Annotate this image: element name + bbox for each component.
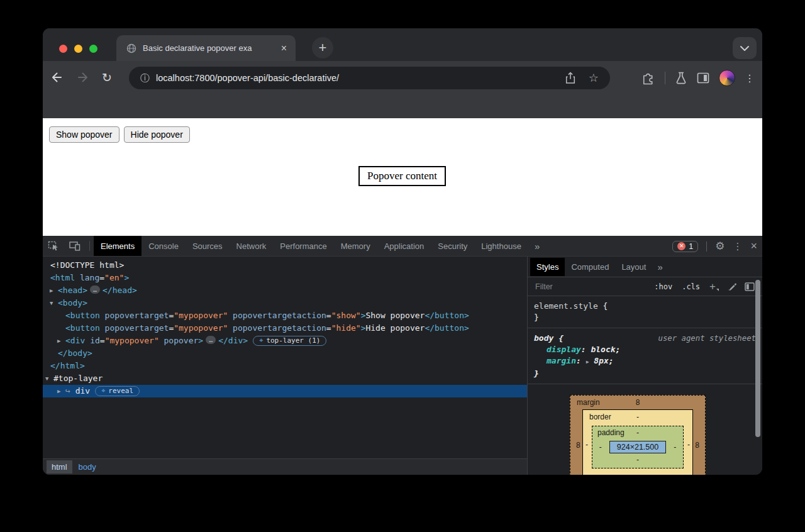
inspect-element-icon[interactable] — [43, 236, 64, 256]
profile-avatar[interactable] — [719, 70, 735, 86]
tab-close-icon[interactable]: × — [280, 43, 288, 53]
address-bar[interactable]: ⓘ localhost:7800/popover-api/basic-decla… — [129, 67, 610, 89]
rendering-brush-icon[interactable] — [727, 282, 736, 291]
dom-tree-row-0[interactable]: <!DOCTYPE html> — [43, 259, 527, 272]
settings-gear-icon[interactable]: ⚙ — [715, 240, 724, 253]
tree-expander-icon[interactable]: ▶ — [57, 385, 65, 397]
dom-tree-row-6[interactable]: ▶<div id="mypopover" popover>…</div>top-… — [43, 335, 527, 347]
site-info-icon[interactable]: ⓘ — [140, 72, 150, 84]
bookmark-star-icon[interactable]: ☆ — [589, 71, 599, 85]
more-panels-chevron-icon[interactable]: » — [528, 236, 546, 256]
browser-menu-kebab-icon[interactable]: ⋮ — [745, 72, 755, 84]
element-style-rule[interactable]: element.style { } — [528, 296, 762, 328]
tree-expander-icon[interactable]: ▼ — [50, 297, 58, 309]
css-property-margin[interactable]: margin: ▶ 8px; — [534, 355, 756, 368]
experiments-flask-icon[interactable] — [675, 71, 687, 85]
box-model-content[interactable]: 924×21.500 — [609, 441, 666, 453]
border-top-value[interactable]: - — [583, 413, 692, 421]
devtools-tab-application[interactable]: Application — [377, 236, 431, 256]
new-style-rule-caret — [716, 289, 719, 291]
code-token: popovertargetaction — [228, 311, 326, 320]
box-model-diagram[interactable]: margin 8 border - padding - — [570, 395, 706, 475]
breadcrumb-body[interactable]: body — [72, 460, 103, 474]
border-left-value[interactable]: - — [586, 440, 588, 449]
code-token: </head> — [103, 285, 137, 295]
error-badge[interactable]: ✕ 1 — [672, 241, 698, 252]
styles-filter-input[interactable]: Filter — [535, 282, 645, 291]
devtools-menu-kebab-icon[interactable]: ⋮ — [733, 241, 742, 252]
sidebar-tab-computed[interactable]: Computed — [565, 258, 615, 276]
minimize-window-button[interactable] — [74, 45, 82, 53]
share-icon[interactable] — [565, 72, 576, 84]
padding-right-value[interactable]: - — [674, 443, 676, 452]
margin-left-value[interactable]: 8 — [576, 441, 580, 450]
devtools-tab-memory[interactable]: Memory — [334, 236, 377, 256]
code-token: = — [326, 311, 331, 320]
toggle-hover-state-button[interactable]: :hov — [654, 282, 672, 291]
code-token: popovertargetaction — [228, 323, 326, 333]
sidebar-tab-layout[interactable]: Layout — [615, 258, 652, 276]
code-token: > — [124, 273, 129, 282]
zoom-window-button[interactable] — [89, 45, 97, 53]
tab-search-button[interactable] — [733, 37, 757, 59]
box-model-padding[interactable]: padding - - 924×21.500 - - — [592, 426, 684, 468]
dom-tree-row-7[interactable]: </body> — [43, 347, 527, 360]
padding-bottom-value[interactable]: - — [592, 455, 683, 465]
collapsed-children-ellipsis[interactable]: … — [206, 336, 216, 344]
show-popover-button[interactable]: Show popover — [49, 126, 119, 143]
devtools-tab-elements[interactable]: Elements — [94, 236, 142, 256]
tree-expander-icon[interactable]: ▶ — [50, 284, 58, 297]
back-icon[interactable] — [49, 70, 64, 85]
sidebar-more-tabs-chevron-icon[interactable]: » — [652, 262, 667, 272]
sidebar-tab-styles[interactable]: Styles — [530, 258, 565, 276]
forward-icon[interactable] — [75, 70, 91, 85]
computed-sidebar-toggle-icon[interactable] — [745, 282, 755, 291]
margin-top-value[interactable]: 8 — [570, 398, 705, 407]
dom-tree-row-5[interactable]: <button popovertarget="mypopover" popove… — [43, 322, 527, 335]
side-panel-icon[interactable] — [697, 72, 709, 84]
dom-tree-row-3[interactable]: ▼<body> — [43, 297, 527, 309]
close-window-button[interactable] — [59, 45, 67, 53]
dom-tree-row-1[interactable]: <html lang="en"> — [43, 272, 527, 284]
dom-tree-row-10[interactable]: ▶↪ divreveal — [43, 385, 527, 397]
body-style-rule[interactable]: body { user agent stylesheet display: bl… — [528, 328, 762, 384]
devtools-tab-network[interactable]: Network — [230, 236, 274, 256]
toggle-class-button[interactable]: .cls — [682, 282, 700, 291]
devtools-tab-performance[interactable]: Performance — [273, 236, 333, 256]
new-tab-button[interactable]: + — [312, 37, 333, 58]
box-model-border[interactable]: border - padding - - 924×21.500 — [582, 409, 693, 475]
padding-top-value[interactable]: - — [592, 428, 683, 437]
dom-tree-row-2[interactable]: ▶<head>…</head> — [43, 284, 527, 297]
browser-tab[interactable]: Basic declarative popover exa × — [116, 35, 296, 61]
element-style-selector: element.style — [534, 301, 598, 311]
styles-scrollbar[interactable] — [755, 280, 760, 437]
dom-tree-row-8[interactable]: </html> — [43, 360, 527, 372]
adorner-badge[interactable]: reveal — [95, 386, 140, 396]
adorner-badge[interactable]: top-layer (1) — [253, 336, 326, 346]
hide-popover-button[interactable]: Hide popover — [124, 126, 190, 143]
tree-expander-icon[interactable]: ▼ — [45, 372, 53, 385]
devtools-close-icon[interactable]: × — [750, 240, 757, 253]
error-count: 1 — [689, 242, 693, 251]
devtools-tab-lighthouse[interactable]: Lighthouse — [474, 236, 528, 256]
new-style-rule-button[interactable]: + — [709, 281, 716, 292]
elements-dom-tree: <!DOCTYPE html><html lang="en">▶<head>…<… — [43, 257, 528, 475]
reload-icon[interactable]: ↻ — [102, 72, 112, 84]
tree-expander-icon[interactable]: ▶ — [57, 335, 65, 347]
device-toolbar-icon[interactable] — [64, 236, 86, 256]
css-property-display[interactable]: display: block; — [534, 344, 756, 355]
code-token: = — [326, 323, 331, 333]
dom-tree-row-9[interactable]: ▼#top-layer — [43, 372, 527, 385]
margin-right-value[interactable]: 8 — [695, 441, 699, 450]
code-token: "hide" — [331, 323, 361, 333]
devtools-tab-security[interactable]: Security — [431, 236, 474, 256]
border-right-value[interactable]: - — [687, 440, 690, 449]
padding-left-value[interactable]: - — [599, 443, 602, 452]
devtools-tab-sources[interactable]: Sources — [186, 236, 230, 256]
collapsed-children-ellipsis[interactable]: … — [90, 285, 100, 294]
extensions-puzzle-icon[interactable] — [641, 71, 655, 85]
breadcrumb-html[interactable]: html — [47, 460, 72, 474]
devtools-tab-console[interactable]: Console — [142, 236, 186, 256]
box-model-margin[interactable]: margin 8 border - padding - — [570, 395, 706, 475]
dom-tree-row-4[interactable]: <button popovertarget="mypopover" popove… — [43, 309, 527, 322]
